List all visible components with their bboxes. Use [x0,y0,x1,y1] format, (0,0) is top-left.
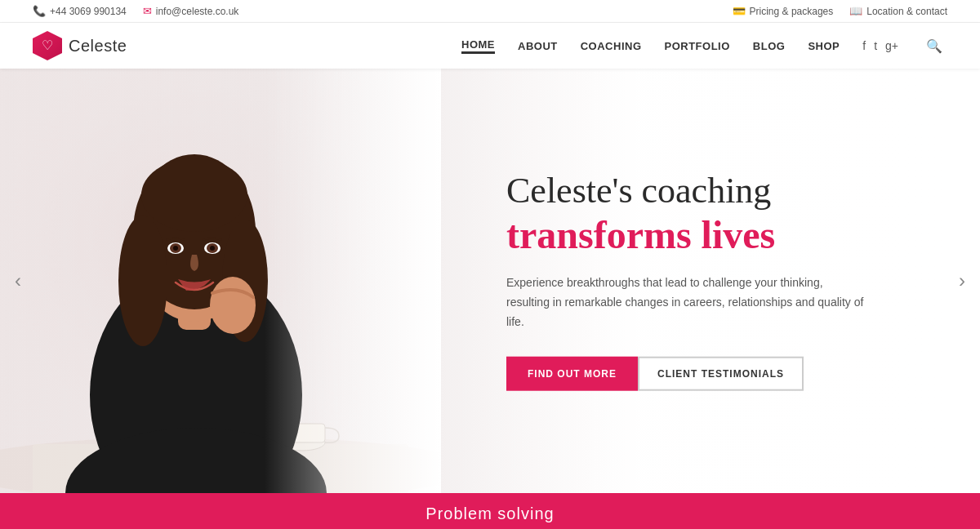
phone-icon: 📞 [33,5,46,17]
twitter-icon[interactable]: t [874,39,877,52]
main-nav: HOME ABOUT COACHING PORTFOLIO BLOG SHOP … [461,37,947,56]
facebook-icon[interactable]: f [862,39,866,52]
hero-figure [0,69,441,493]
nav-home[interactable]: HOME [461,38,495,54]
nav-blog[interactable]: BLOG [753,40,786,52]
hero-title-line2: transforms lives [506,214,915,257]
location-item[interactable]: 📖 Location & contact [849,5,947,17]
phone-link[interactable]: +44 3069 990134 [50,6,127,17]
phone-item: 📞 +44 3069 990134 [33,5,127,17]
top-bar-right: 💳 Pricing & packages 📖 Location & contac… [733,5,947,17]
location-link[interactable]: Location & contact [866,6,947,17]
pricing-icon: 💳 [733,5,746,17]
email-icon: ✉ [143,5,152,17]
svg-rect-28 [0,69,441,493]
logo-heart-symbol: ♡ [42,39,53,52]
client-testimonials-button[interactable]: CLIENT TESTIMONIALS [638,356,804,390]
nav-portfolio[interactable]: PORTFOLIO [665,40,730,52]
bottom-strip: Problem solving [0,493,980,529]
top-bar-left: 📞 +44 3069 990134 ✉ info@celeste.co.uk [33,5,238,17]
hero-section: ‹ Celeste's coaching transforms lives Ex… [0,69,980,493]
nav-coaching[interactable]: COACHING [581,40,642,52]
pricing-link[interactable]: Pricing & packages [750,6,834,17]
pricing-item[interactable]: 💳 Pricing & packages [733,5,834,17]
logo-text: Celeste [69,37,127,56]
googleplus-icon[interactable]: g+ [885,39,898,52]
logo[interactable]: ♡ Celeste [33,31,127,60]
email-item: ✉ info@celeste.co.uk [143,5,239,17]
header: ♡ Celeste HOME ABOUT COACHING PORTFOLIO … [0,23,980,69]
hero-description: Experience breakthroughs that lead to ch… [506,273,866,331]
email-link[interactable]: info@celeste.co.uk [156,6,239,17]
hero-title-line1: Celeste's coaching [506,171,915,211]
nav-shop[interactable]: SHOP [808,40,840,52]
location-icon: 📖 [849,5,862,17]
social-links: f t g+ [862,39,898,52]
carousel-prev-button[interactable]: ‹ [7,261,29,300]
search-button[interactable]: 🔍 [921,37,947,56]
hero-content: Celeste's coaching transforms lives Expe… [506,171,915,391]
nav-about[interactable]: ABOUT [518,40,558,52]
top-bar: 📞 +44 3069 990134 ✉ info@celeste.co.uk 💳… [0,0,980,23]
carousel-next-button[interactable]: › [951,261,973,300]
hero-image-svg [0,69,441,493]
logo-icon: ♡ [33,31,62,60]
hero-buttons: FIND OUT MORE CLIENT TESTIMONIALS [506,356,915,390]
find-out-more-button[interactable]: FIND OUT MORE [506,356,638,390]
bottom-strip-text: Problem solving [425,505,554,523]
